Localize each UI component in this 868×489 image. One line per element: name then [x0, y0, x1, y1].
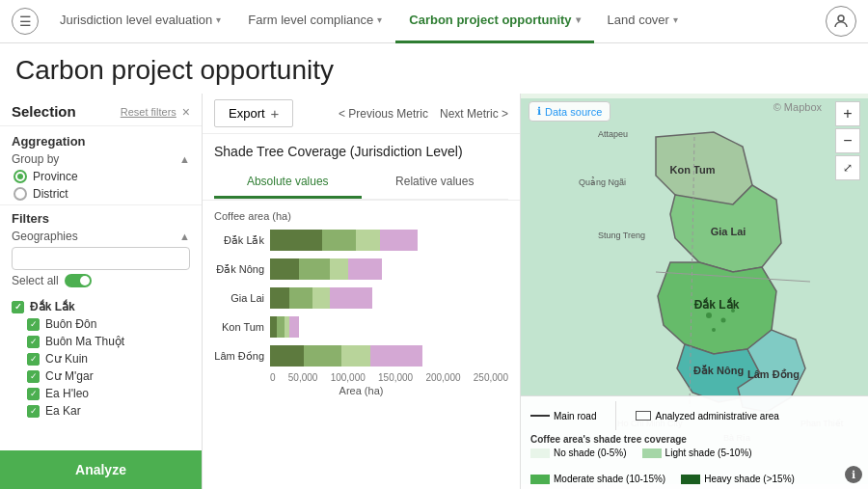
- radio-district[interactable]: District: [14, 187, 190, 201]
- main-layout: Selection Reset filters × Aggregation Gr…: [0, 94, 868, 489]
- bar-segment: [277, 316, 284, 338]
- list-item[interactable]: Cư M'gar: [12, 367, 190, 385]
- checkbox-ea-kar[interactable]: [27, 405, 40, 418]
- list-item[interactable]: Buôn Ma Thuột: [12, 333, 190, 350]
- chart-y-label: Coffee area (ha): [214, 210, 508, 222]
- select-all-row: Select all: [12, 274, 190, 287]
- checkbox-buon-don[interactable]: [27, 318, 40, 331]
- bar-row-kon-tum: Kon Tum: [214, 316, 508, 338]
- x-tick: 50,000: [288, 372, 318, 383]
- bar-chart: Đắk Lắk Đắk Nông: [214, 230, 508, 367]
- bar-segment: [270, 230, 322, 251]
- bar-segment: [356, 230, 380, 251]
- bar-label: Kon Tum: [214, 321, 264, 333]
- mapbox-logo: © Mapbox: [773, 101, 822, 113]
- chart-area: Coffee area (ha) Đắk Lắk Đắk Nông: [203, 201, 520, 489]
- bar-segment: [330, 258, 349, 280]
- x-tick: 0: [270, 372, 276, 383]
- bar-row-lam-dong: Lâm Đồng: [214, 345, 508, 367]
- bar-label: Đắk Lắk: [214, 234, 264, 247]
- svg-point-0: [838, 15, 844, 21]
- zoom-in-button[interactable]: +: [835, 101, 860, 126]
- bar-container: [270, 258, 508, 280]
- bar-container: [270, 316, 508, 338]
- radio-province[interactable]: Province: [14, 170, 190, 183]
- legend-divider: [615, 401, 616, 430]
- nav-tabs: Jurisdiction level evaluation ▾ Farm lev…: [46, 0, 818, 43]
- zoom-out-button[interactable]: −: [835, 128, 860, 153]
- checkbox-list: Đắk Lắk Buôn Đôn Buôn Ma Thuột Cư Kuin C…: [0, 295, 202, 450]
- svg-point-3: [706, 312, 712, 318]
- select-all-toggle[interactable]: [65, 274, 92, 287]
- tab-relative[interactable]: Relative values: [362, 167, 509, 199]
- list-item[interactable]: Buôn Đôn: [12, 315, 190, 333]
- geographies-header: Geographies ▲: [12, 230, 190, 243]
- chevron-up-geo-icon: ▲: [179, 231, 190, 242]
- heavy-shade-swatch: [681, 475, 700, 484]
- legend-no-shade: No shade (0-5%): [530, 448, 627, 458]
- group-by-label: Group by ▲: [12, 152, 190, 166]
- top-bar: ☰ Jurisdiction level evaluation ▾ Farm l…: [0, 0, 868, 43]
- aggregation-title: Aggregation: [12, 134, 190, 149]
- bar-label: Đắk Nông: [214, 263, 264, 276]
- data-source-badge[interactable]: ℹ Data source: [529, 101, 610, 122]
- bar-segment: [304, 345, 342, 367]
- next-metric-button[interactable]: Next Metric >: [440, 107, 508, 121]
- list-item[interactable]: Đắk Lắk: [12, 298, 190, 315]
- list-item[interactable]: Cư Kuin: [12, 350, 190, 367]
- bar-row-gia-lai: Gia Lai: [214, 287, 508, 309]
- map-area: Kon Tum Gia Lai Đắk Lắk Đắk Nông Lâm Đồn…: [521, 94, 868, 489]
- tab-landcover[interactable]: Land cover ▾: [594, 0, 692, 43]
- checkbox-cu-mgar[interactable]: [27, 370, 40, 383]
- chevron-up-icon: ▲: [179, 153, 190, 165]
- prev-metric-button[interactable]: < Previous Metric: [339, 107, 428, 121]
- bar-segment: [380, 230, 419, 251]
- x-tick: 100,000: [331, 372, 366, 383]
- bar-segment: [270, 287, 289, 309]
- plus-icon: +: [271, 105, 280, 122]
- sidebar: Selection Reset filters × Aggregation Gr…: [0, 94, 203, 489]
- map-legend: Main road Analyzed administrative area C…: [521, 395, 868, 489]
- export-button[interactable]: Export +: [214, 99, 293, 127]
- bar-container: [270, 287, 508, 309]
- x-axis: 0 50,000 100,000 150,000 200,000 250,000: [214, 372, 508, 383]
- analyze-button[interactable]: Analyze: [0, 450, 202, 489]
- admin-swatch: [636, 411, 651, 421]
- search-input[interactable]: [12, 247, 190, 270]
- list-item[interactable]: Ea Kar: [12, 402, 190, 420]
- aggregation-section: Aggregation Group by ▲ Province District: [0, 126, 202, 204]
- list-item[interactable]: Ea H'leo: [12, 385, 190, 402]
- region-label: Gia Lai: [711, 226, 746, 237]
- bar-container: [270, 230, 508, 251]
- tab-absolute[interactable]: Absolute values: [214, 167, 362, 199]
- tab-farm[interactable]: Farm level compliance ▾: [234, 0, 395, 43]
- reset-filters-link[interactable]: Reset filters: [121, 106, 176, 118]
- checkbox-buon-ma-thuot[interactable]: [27, 336, 40, 348]
- svg-point-4: [721, 318, 726, 323]
- legend-light-shade: Light shade (5-10%): [642, 448, 752, 458]
- user-icon[interactable]: [826, 6, 856, 37]
- road-swatch: [530, 415, 550, 417]
- close-sidebar-button[interactable]: ×: [182, 104, 190, 120]
- svg-point-5: [731, 309, 735, 312]
- svg-point-6: [712, 328, 716, 332]
- tab-jurisdiction[interactable]: Jurisdiction level evaluation ▾: [46, 0, 234, 43]
- radio-group: Province District: [12, 170, 190, 201]
- legend-coverage-title: Coffee area's shade tree coverage: [530, 434, 858, 445]
- tab-carbon[interactable]: Carbon project opportunity ▾: [395, 0, 593, 43]
- expand-button[interactable]: ⤢: [835, 155, 860, 180]
- checkbox-ea-hleo[interactable]: [27, 388, 40, 400]
- bar-label: Lâm Đồng: [214, 350, 264, 363]
- chevron-icon: ▾: [377, 14, 382, 25]
- radio-circle-province: [14, 170, 27, 183]
- bar-row-dak-nong: Đắk Nông: [214, 258, 508, 280]
- info-button[interactable]: ℹ: [845, 466, 862, 483]
- bar-segment: [270, 258, 299, 280]
- menu-icon[interactable]: ☰: [12, 8, 39, 35]
- x-tick: 150,000: [378, 372, 413, 383]
- checkbox-dak-lak[interactable]: [12, 301, 24, 313]
- page-title: Carbon project opportunity: [0, 43, 868, 94]
- moderate-shade-swatch: [530, 475, 550, 484]
- filters-title: Filters: [12, 211, 190, 226]
- checkbox-cu-kuin[interactable]: [27, 353, 40, 366]
